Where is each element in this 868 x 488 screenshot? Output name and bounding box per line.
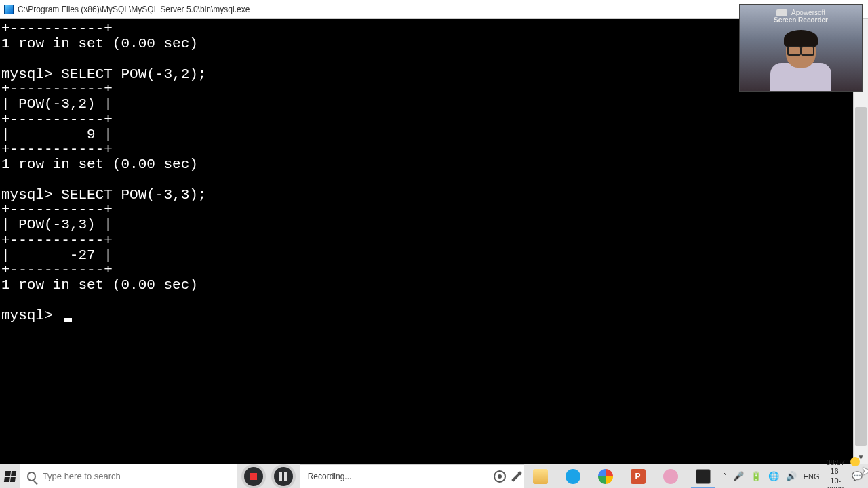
search-icon bbox=[27, 472, 36, 481]
language-indicator[interactable]: ENG bbox=[804, 472, 820, 481]
recording-status-label: Recording... bbox=[308, 472, 352, 481]
camera-icon bbox=[776, 9, 787, 16]
volume-icon[interactable]: 🔊 bbox=[786, 471, 797, 481]
annotate-pen-icon[interactable] bbox=[511, 471, 522, 482]
app-powerpoint[interactable]: P bbox=[624, 464, 652, 489]
clock-date: 16-10-2020 bbox=[826, 467, 845, 488]
misc-app-icon bbox=[663, 469, 678, 484]
webcam-overlay[interactable]: Apowersoft Screen Recorder bbox=[739, 4, 863, 92]
app-recorder[interactable] bbox=[559, 464, 587, 489]
app-console[interactable] bbox=[689, 464, 717, 489]
taskbar-clock[interactable]: 08:57 16-10-2020 bbox=[826, 458, 845, 488]
app-icon bbox=[4, 5, 14, 14]
folder-icon bbox=[533, 469, 548, 484]
app-fileexplorer[interactable] bbox=[526, 464, 555, 489]
recorder-app-icon bbox=[566, 469, 580, 484]
clock-time: 08:57 bbox=[826, 458, 845, 467]
windows-logo-icon bbox=[4, 471, 16, 482]
recording-popup[interactable]: Recording... bbox=[300, 464, 524, 489]
webcam-person bbox=[770, 27, 831, 92]
system-tray: ˄ 🎤 🔋 🌐 🔊 ENG 08:57 16-10-2020 💬 bbox=[717, 464, 868, 488]
app-misc[interactable] bbox=[656, 464, 685, 489]
stop-record-button[interactable] bbox=[241, 464, 266, 489]
start-button[interactable] bbox=[0, 464, 20, 489]
scrollbar-thumb[interactable] bbox=[855, 107, 867, 446]
taskbar-search[interactable] bbox=[20, 464, 237, 489]
titlebar[interactable]: C:\Program Files (x86)\MySQL\MySQL Serve… bbox=[0, 0, 868, 19]
watermark-line1: Apowersoft bbox=[791, 9, 825, 16]
watermark-line2: Screen Recorder bbox=[774, 16, 828, 24]
recorder-watermark: Apowersoft Screen Recorder bbox=[740, 9, 862, 24]
recording-indicator-dot bbox=[850, 457, 860, 466]
pause-icon bbox=[279, 472, 287, 481]
browser-icon bbox=[598, 469, 613, 484]
battery-icon[interactable]: 🔋 bbox=[751, 471, 762, 481]
powerpoint-icon: P bbox=[631, 469, 646, 484]
taskbar: Recording... P ˄ 🎤 🔋 🌐 🔊 ENG 08:57 16-10… bbox=[0, 464, 868, 488]
pause-record-button[interactable] bbox=[271, 464, 296, 489]
search-input[interactable] bbox=[43, 471, 230, 481]
stop-icon bbox=[250, 473, 257, 480]
text-cursor bbox=[64, 318, 72, 322]
terminal-text: +-----------+ 1 row in set (0.00 sec) my… bbox=[1, 21, 206, 323]
microphone-icon[interactable]: 🎤 bbox=[733, 471, 744, 481]
recorder-controls bbox=[237, 464, 300, 489]
recording-tools bbox=[494, 470, 518, 483]
tray-overflow-icon[interactable]: ˄ bbox=[723, 472, 726, 480]
network-icon[interactable]: 🌐 bbox=[768, 471, 779, 481]
app-browser[interactable] bbox=[591, 464, 620, 489]
taskbar-apps: P bbox=[524, 464, 717, 488]
console-icon bbox=[696, 469, 711, 484]
terminal-output[interactable]: +-----------+ 1 row in set (0.00 sec) my… bbox=[0, 19, 853, 464]
webcam-toggle-icon[interactable] bbox=[494, 470, 506, 483]
window-title: C:\Program Files (x86)\MySQL\MySQL Serve… bbox=[18, 5, 250, 14]
